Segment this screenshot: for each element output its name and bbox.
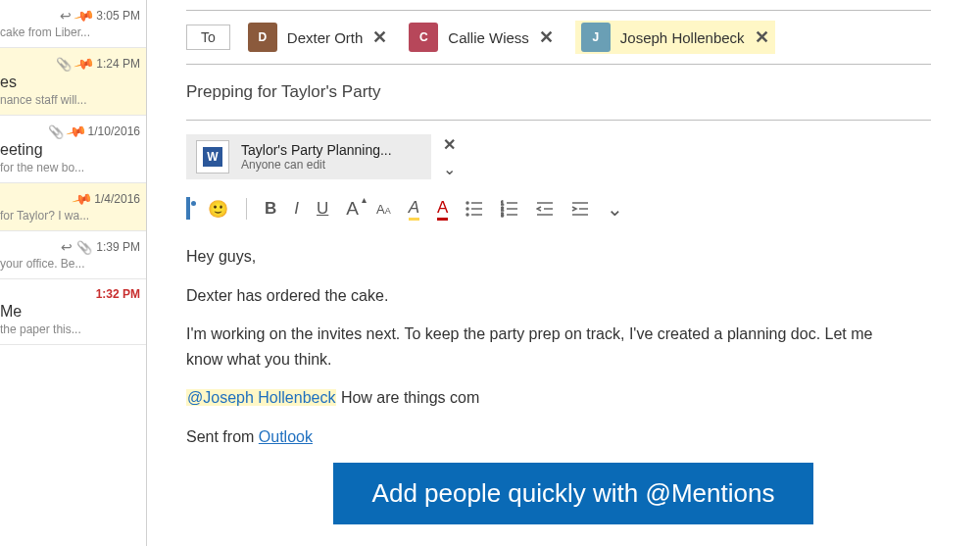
message-title: Me [0, 303, 140, 321]
message-time: 3:05 PM [96, 9, 140, 23]
message-list-item[interactable]: ↩📎1:39 PMyour office. Be... [0, 231, 146, 279]
pin-icon: 📌 [73, 53, 95, 74]
message-time: 1/4/2016 [94, 192, 140, 206]
mention-chip[interactable]: @Joseph Hollenbeck [186, 389, 336, 406]
toolbar-separator [246, 198, 247, 220]
attachment-remove-icon[interactable]: ✕ [443, 135, 456, 154]
avatar: C [409, 23, 438, 52]
pin-icon: 📌 [71, 188, 93, 210]
svg-text:3: 3 [501, 212, 504, 218]
outdent-button[interactable] [536, 200, 554, 218]
attachment-name: Taylor's Party Planning... [241, 142, 392, 158]
message-list-item[interactable]: 1:32 PMMethe paper this... [0, 279, 146, 345]
remove-recipient-icon[interactable]: ✕ [372, 26, 387, 48]
message-preview: cake from Liber... [0, 25, 140, 39]
indent-button[interactable] [571, 200, 589, 218]
clip-icon: 📎 [76, 240, 92, 255]
svg-point-4 [466, 214, 468, 216]
svg-point-0 [466, 202, 468, 204]
attachment-dropdown-icon[interactable]: ⌄ [443, 160, 456, 178]
italic-button[interactable]: I [294, 199, 299, 219]
outlook-link[interactable]: Outlook [259, 428, 313, 445]
message-preview: nance staff will... [0, 93, 140, 107]
attachment-area: W Taylor's Party Planning... Anyone can … [186, 134, 970, 179]
pin-icon: 📌 [65, 121, 87, 142]
message-list-item[interactable]: 📎📌1/10/2016eetingfor the new bo... [0, 116, 146, 183]
pin-icon: 📌 [73, 5, 95, 26]
message-time: 1:32 PM [96, 287, 140, 301]
clip-icon: 📎 [56, 57, 72, 72]
svg-point-2 [466, 208, 468, 210]
insert-picture-icon[interactable] [186, 199, 190, 219]
format-toolbar: 🙂 B I U A▴ AA A A 123 ⌄ [186, 197, 970, 221]
body-line: Dexter has ordered the cake. [186, 283, 911, 309]
reply-icon: ↩ [61, 239, 73, 255]
message-time: 1:39 PM [96, 240, 140, 254]
body-text: How are things com [336, 389, 479, 406]
underline-button[interactable]: U [317, 199, 328, 219]
mentions-promo-banner: Add people quickly with @Mentions [333, 463, 813, 524]
message-preview: your office. Be... [0, 257, 140, 271]
message-time: 1/10/2016 [88, 124, 140, 138]
recipient-name: Callie Wiess [448, 29, 529, 46]
message-preview: the paper this... [0, 323, 140, 336]
recipient-name: Joseph Hollenbeck [620, 29, 745, 46]
subject-row[interactable]: Prepping for Taylor's Party [186, 65, 931, 121]
body-line: I'm working on the invites next. To keep… [186, 322, 911, 372]
reply-icon: ↩ [60, 8, 72, 24]
attachment-permission: Anyone can edit [241, 158, 392, 172]
remove-recipient-icon[interactable]: ✕ [539, 26, 554, 48]
message-preview: for Taylor? I wa... [0, 209, 140, 223]
more-formatting-button[interactable]: ⌄ [607, 197, 623, 221]
to-row: To DDexter Orth✕CCallie Wiess✕JJoseph Ho… [186, 10, 931, 65]
to-button[interactable]: To [186, 25, 230, 50]
message-list: ↩📌3:05 PMcake from Liber...📎📌1:24 PMesna… [0, 0, 147, 546]
body-line: Hey guys, [186, 244, 911, 270]
font-size-increase-button[interactable]: A▴ [346, 198, 359, 220]
remove-recipient-icon[interactable]: ✕ [755, 26, 769, 48]
recipient-chip[interactable]: CCallie Wiess✕ [409, 23, 554, 52]
message-body[interactable]: Hey guys, Dexter has ordered the cake. I… [186, 244, 970, 450]
subject-text: Prepping for Taylor's Party [186, 82, 381, 101]
font-color-button[interactable]: A [437, 198, 448, 221]
message-list-item[interactable]: ↩📌3:05 PMcake from Liber... [0, 0, 146, 48]
word-doc-icon: W [196, 140, 229, 174]
message-preview: for the new bo... [0, 161, 140, 174]
message-list-item[interactable]: 📌1/4/2016for Taylor? I wa... [0, 183, 146, 231]
clip-icon: 📎 [48, 124, 64, 139]
recipient-chip[interactable]: DDexter Orth✕ [248, 23, 388, 52]
signature-line: Sent from Outlook [186, 424, 911, 450]
numbered-list-button[interactable]: 123 [501, 200, 518, 218]
bold-button[interactable]: B [265, 199, 276, 219]
message-title: es [0, 74, 140, 91]
avatar: J [581, 23, 611, 52]
compose-pane: To DDexter Orth✕CCallie Wiess✕JJoseph Ho… [147, 0, 980, 546]
message-title: eeting [0, 141, 140, 159]
attachment-chip[interactable]: W Taylor's Party Planning... Anyone can … [186, 134, 431, 179]
body-line: @Joseph Hollenbeck How are things com [186, 385, 911, 411]
highlight-button[interactable]: A [409, 198, 419, 221]
font-size-decrease-button[interactable]: AA [376, 202, 391, 217]
sent-from-label: Sent from [186, 428, 259, 445]
bulleted-list-button[interactable] [466, 200, 483, 218]
message-list-item[interactable]: 📎📌1:24 PMesnance staff will... [0, 48, 146, 116]
recipient-chip[interactable]: JJoseph Hollenbeck✕ [575, 21, 775, 54]
avatar: D [248, 23, 277, 52]
recipient-name: Dexter Orth [287, 29, 364, 46]
emoji-icon[interactable]: 🙂 [208, 199, 228, 220]
message-time: 1:24 PM [96, 57, 140, 71]
